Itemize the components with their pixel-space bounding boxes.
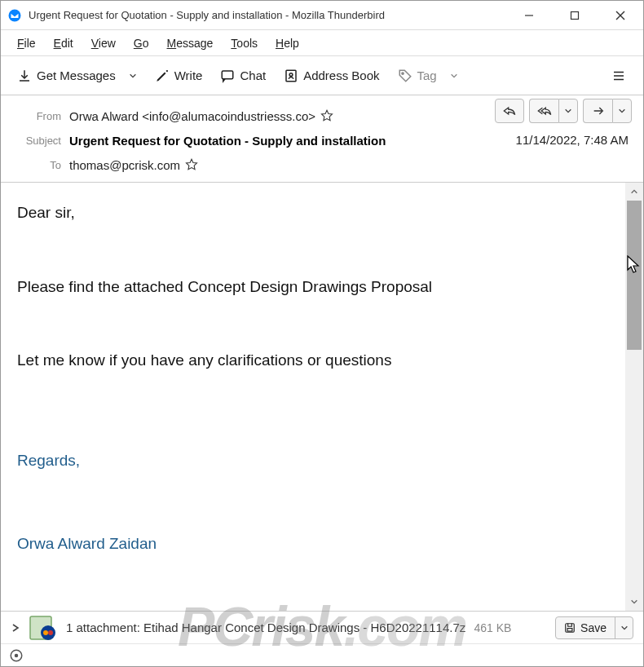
pencil-icon	[155, 68, 170, 83]
to-value[interactable]: thomas@pcrisk.com	[69, 158, 198, 172]
toolbar: Get Messages Write Chat Address Book	[1, 56, 643, 95]
expand-icon[interactable]	[11, 623, 20, 633]
chat-button[interactable]: Chat	[214, 64, 272, 88]
scroll-thumb[interactable]	[627, 201, 642, 350]
star-icon[interactable]	[320, 109, 333, 122]
menu-go[interactable]: Go	[126, 33, 157, 53]
tag-dropdown[interactable]	[443, 63, 465, 89]
message-body-wrapper: Dear sir, Please find the attached Conce…	[1, 183, 643, 611]
menu-tools[interactable]: Tools	[223, 33, 266, 53]
body-paragraph: Let me know if you have any clarificatio…	[17, 350, 609, 372]
attachment-size: 461 KB	[474, 621, 511, 634]
download-icon	[17, 68, 32, 83]
scroll-up-arrow[interactable]	[625, 183, 643, 201]
tag-label: Tag	[417, 68, 437, 82]
address-book-button[interactable]: Address Book	[277, 64, 386, 88]
message-header: From Orwa Alward <info@alumacoindustries…	[1, 95, 643, 183]
chat-label: Chat	[240, 68, 266, 82]
signature-line: Regards,	[17, 450, 609, 472]
forward-button[interactable]	[583, 99, 612, 123]
from-label: From	[12, 110, 61, 122]
reply-all-dropdown[interactable]	[558, 99, 578, 123]
reply-all-button[interactable]	[529, 99, 558, 123]
svg-point-8	[289, 73, 293, 76]
minimize-button[interactable]	[506, 1, 552, 30]
svg-rect-2	[571, 11, 579, 19]
menubar: File Edit View Go Message Tools Help	[1, 30, 643, 56]
menu-help[interactable]: Help	[267, 33, 307, 53]
address-book-icon	[284, 68, 298, 83]
svg-point-0	[9, 9, 21, 21]
subject-value: Urgent Request for Quotation - Supply an…	[69, 134, 386, 148]
forward-dropdown[interactable]	[612, 99, 632, 123]
message-body[interactable]: Dear sir, Please find the attached Conce…	[1, 183, 625, 611]
chat-icon	[220, 68, 235, 83]
address-book-label: Address Book	[303, 68, 379, 82]
titlebar: Urgent Request for Quotation - Supply an…	[1, 1, 643, 30]
body-paragraph: Dear sir,	[17, 202, 609, 224]
maximize-button[interactable]	[552, 1, 598, 30]
tag-icon	[398, 68, 412, 83]
app-menu-button[interactable]	[604, 61, 633, 91]
signature-name: Orwa Alward Zaidan	[17, 533, 609, 555]
to-label: To	[12, 159, 61, 171]
attachment-file-icon	[29, 615, 58, 641]
write-button[interactable]: Write	[148, 64, 210, 88]
close-button[interactable]	[598, 1, 643, 30]
svg-point-9	[401, 72, 403, 73]
get-messages-dropdown[interactable]	[122, 63, 143, 89]
svg-rect-18	[567, 628, 572, 631]
reply-button[interactable]	[495, 99, 524, 123]
header-actions	[495, 99, 632, 123]
scroll-track[interactable]	[625, 201, 643, 593]
tag-button[interactable]: Tag	[391, 64, 443, 88]
statusbar	[1, 643, 643, 666]
thunderbird-icon	[7, 8, 22, 23]
star-icon[interactable]	[185, 158, 198, 171]
svg-point-15	[43, 630, 48, 635]
from-value[interactable]: Orwa Alward <info@alumacoindustriesss.co…	[69, 109, 333, 123]
svg-rect-5	[20, 80, 29, 82]
menu-edit[interactable]: Edit	[46, 33, 82, 53]
save-label: Save	[580, 621, 607, 634]
menu-file[interactable]: File	[9, 33, 44, 53]
body-paragraph: Please find the attached Concept Design …	[17, 276, 609, 298]
write-label: Write	[174, 68, 203, 82]
save-icon	[564, 622, 576, 634]
svg-rect-6	[223, 71, 234, 79]
attachment-bar: 1 attachment: Etihad Hangar Concet Desig…	[1, 611, 643, 643]
scroll-down-arrow[interactable]	[625, 593, 643, 611]
get-messages-label: Get Messages	[37, 68, 116, 82]
menu-message[interactable]: Message	[159, 33, 222, 53]
message-date: 11/14/2022, 7:48 AM	[516, 133, 629, 147]
svg-point-16	[48, 630, 53, 635]
get-messages-button[interactable]: Get Messages	[11, 64, 122, 88]
app-window: Urgent Request for Quotation - Supply an…	[0, 0, 644, 667]
subject-label: Subject	[12, 135, 61, 147]
vertical-scrollbar[interactable]	[625, 183, 643, 611]
save-attachment-button[interactable]: Save	[555, 616, 633, 639]
save-dropdown[interactable]	[615, 616, 633, 639]
menu-view[interactable]: View	[83, 33, 124, 53]
svg-point-20	[15, 653, 19, 657]
attachment-text[interactable]: 1 attachment: Etihad Hangar Concet Desig…	[66, 621, 511, 634]
window-title: Urgent Request for Quotation - Supply an…	[29, 9, 506, 21]
status-icon	[9, 648, 24, 663]
